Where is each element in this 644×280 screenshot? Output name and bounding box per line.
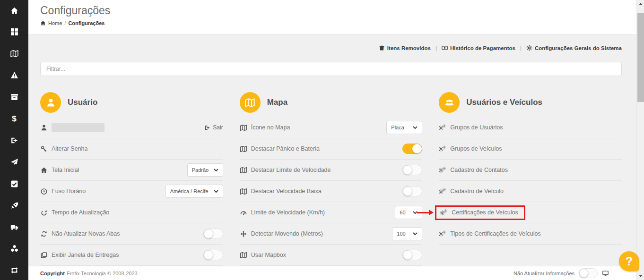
home-icon[interactable]	[9, 5, 20, 16]
money-icon	[442, 45, 448, 51]
row-tipos-certificacoes-veiculos[interactable]: Tipos de Certificações de Veículos	[439, 223, 622, 245]
row-certificacoes-veiculos[interactable]: Certificações de Veículos	[439, 202, 622, 223]
row-fuso-horario: Fuso Horário América / Recife	[40, 181, 223, 202]
scrollbar-thumb[interactable]	[637, 13, 644, 102]
refresh-icon	[40, 209, 48, 216]
section-usuarios-veiculos-header: Usuários e Veículos	[439, 92, 622, 113]
map-badge-icon	[240, 92, 261, 113]
configuracoes-page: $ Configurações Home / Configurações Ite	[0, 0, 644, 280]
rocket-icon[interactable]	[9, 200, 20, 211]
map-icon	[240, 252, 247, 259]
row-destacar-limite-velocidade: Destacar Limite de Velocidade	[240, 160, 423, 181]
row-tela-inicial: Tela Inicial Padrão	[40, 160, 223, 181]
breadcrumb-home-link[interactable]: Home	[48, 20, 62, 26]
gear-icon	[526, 45, 532, 51]
scrollbar-up-button[interactable]	[637, 0, 644, 8]
page-title: Configurações	[40, 4, 636, 17]
cogs-icon	[439, 230, 446, 238]
scrollbar-down-button[interactable]	[637, 272, 644, 280]
footer: CopyrightFrotix Tecnologia © 2008-2023 N…	[28, 266, 636, 280]
row-grupos-usuarios[interactable]: Grupos de Usuários	[439, 117, 622, 138]
sign-out-icon	[204, 125, 210, 131]
certificacoes-veiculos-highlight[interactable]: Certificações de Veículos	[435, 205, 525, 220]
key-icon	[40, 145, 48, 153]
icone-no-mapa-select[interactable]: Placa	[386, 121, 422, 134]
row-detectar-movendo: Detectar Movendo (Metros) 100	[240, 223, 423, 245]
toolbar-links: Itens Removidos | Histórico de Pagamento…	[379, 45, 622, 51]
row-limite-velocidade: Limite de Velocidade (Km/h) 60	[240, 202, 423, 223]
row-tempo-atualizacao[interactable]: Tempo de Atualização	[40, 202, 223, 223]
filter-input[interactable]	[40, 62, 622, 76]
row-destacar-velocidade-baixa: Destacar Velocidade Baixa	[240, 181, 423, 202]
detectar-movendo-select[interactable]: 100	[392, 227, 422, 240]
annotation-arrow	[417, 212, 430, 213]
row-usar-mapbox: Usar Mapbox	[240, 245, 423, 266]
row-nao-atualizar-novas-abas: Não Atualizar Novas Abas	[40, 223, 223, 245]
repeat-icon[interactable]	[9, 265, 20, 276]
cubes-icon[interactable]	[9, 243, 20, 255]
section-mapa: Mapa Ícone no Mapa Placa Destacar Pâ	[240, 92, 423, 266]
itens-removidos-link[interactable]: Itens Removidos	[379, 45, 431, 51]
map-icon	[240, 188, 247, 195]
sair-button[interactable]: Sair	[204, 124, 223, 131]
section-usuarios-veiculos: Usuários e Veículos Grupos de Usuários G…	[439, 92, 622, 266]
row-icone-no-mapa: Ícone no Mapa Placa	[240, 117, 423, 138]
chevron-down-icon	[413, 126, 418, 129]
user-badge-icon	[40, 92, 61, 113]
chevron-down-icon	[413, 232, 418, 236]
chevron-down-icon	[214, 190, 218, 193]
destacar-velocidade-baixa-toggle[interactable]	[402, 186, 422, 196]
content-area: Itens Removidos | Histórico de Pagamento…	[28, 34, 636, 266]
send-plane-icon[interactable]	[9, 156, 20, 168]
section-usuario: Usuário Sair Alterar Senha	[40, 92, 223, 266]
alert-warning-icon[interactable]	[9, 70, 20, 81]
nao-atualizar-informacoes-toggle[interactable]	[579, 268, 598, 278]
username-redacted	[52, 123, 104, 132]
help-button[interactable]: ?	[619, 251, 639, 272]
map-icon	[240, 167, 247, 174]
users-badge-icon	[439, 92, 460, 113]
section-title: Mapa	[267, 98, 287, 107]
map-icon	[240, 124, 247, 131]
map-icon	[240, 145, 247, 153]
archive-box-icon[interactable]	[9, 92, 20, 103]
destacar-panico-bateria-toggle[interactable]	[402, 144, 422, 154]
configuracoes-gerais-link[interactable]: Configurações Gerais do Sistema	[526, 45, 622, 51]
desktop-icon[interactable]	[602, 270, 609, 277]
row-alterar-senha[interactable]: Alterar Senha	[40, 138, 223, 160]
modules-grid-icon[interactable]	[9, 26, 20, 38]
sync-icon	[40, 230, 48, 238]
fuso-horario-select[interactable]: América / Recife	[165, 185, 223, 198]
row-cadastro-contatos[interactable]: Cadastro de Contatos	[439, 160, 622, 181]
usar-mapbox-toggle[interactable]	[402, 250, 422, 260]
home-icon	[40, 20, 46, 26]
page-header: Configurações Home / Configurações	[28, 0, 636, 34]
windows-icon	[40, 252, 48, 259]
historico-pagamentos-link[interactable]: Histórico de Pagamentos	[442, 45, 515, 51]
billing-dollar-icon[interactable]: $	[9, 113, 20, 125]
cogs-icon	[439, 124, 446, 131]
section-title: Usuários e Veículos	[466, 98, 542, 107]
tachometer-icon	[240, 209, 247, 216]
destacar-limite-velocidade-toggle[interactable]	[402, 165, 422, 175]
breadcrumb-separator: /	[64, 20, 66, 26]
nao-atualizar-novas-abas-toggle[interactable]	[203, 229, 223, 239]
map-icon[interactable]	[9, 48, 20, 59]
home-icon	[40, 167, 48, 174]
row-cadastro-veiculo[interactable]: Cadastro de Veículo	[439, 181, 622, 202]
trash-icon	[379, 45, 385, 51]
tasks-check-icon[interactable]	[9, 178, 20, 189]
cogs-icon	[440, 209, 448, 216]
row-grupos-veiculos[interactable]: Grupos de Veículos	[439, 138, 622, 160]
annotation-arrow-head	[429, 210, 434, 215]
cogs-icon	[439, 145, 446, 153]
truck-icon[interactable]	[9, 221, 20, 233]
row-usuario-logado: Sair	[40, 117, 223, 138]
logout-icon[interactable]	[9, 135, 20, 146]
chevron-down-icon	[214, 169, 218, 172]
breadcrumb: Home / Configurações	[40, 20, 636, 26]
exibir-janela-entregas-toggle[interactable]	[203, 250, 223, 260]
breadcrumb-current: Configurações	[68, 20, 104, 26]
tela-inicial-select[interactable]: Padrão	[187, 163, 223, 177]
user-icon	[40, 124, 48, 131]
